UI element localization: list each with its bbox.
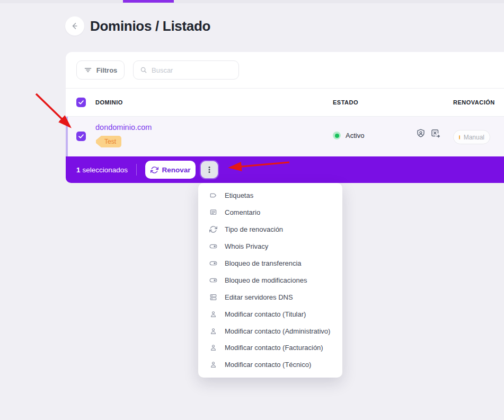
selection-count: 1seleccionados — [76, 166, 128, 174]
column-header-estado[interactable]: ESTADO — [333, 99, 358, 106]
check-icon — [77, 99, 85, 106]
menu-item-9[interactable]: Modificar contacto (Facturación) — [198, 339, 342, 356]
renewal-badge[interactable]: Manual — [453, 130, 490, 144]
filter-icon — [84, 66, 92, 74]
menu-item-label: Editar servidores DNS — [225, 293, 293, 301]
menu-item-label: Whois Privacy — [225, 242, 268, 250]
action-menu: EtiquetasComentarioTipo de renovaciónWho… — [198, 183, 342, 378]
menu-item-label: Tipo de renovación — [225, 225, 283, 233]
annotation-arrow-checkbox — [36, 94, 70, 127]
top-accent-line — [123, 0, 174, 3]
menu-item-0[interactable]: Etiquetas — [198, 187, 342, 204]
status-label: Activo — [346, 132, 364, 139]
renewal-label: Manual — [464, 134, 484, 141]
menu-item-1[interactable]: Comentario — [198, 204, 342, 221]
selection-bar-divider — [136, 164, 137, 176]
search-icon — [140, 66, 147, 74]
menu-item-label: Modificar contacto (Titular) — [225, 310, 306, 318]
menu-item-5[interactable]: Bloqueo de modificaciones — [198, 272, 342, 288]
renew-label: Renovar — [162, 166, 191, 174]
table-row[interactable]: dondominio.com Test Activo Manual — [66, 117, 504, 156]
filters-button[interactable]: Filtros — [76, 60, 125, 80]
menu-item-label: Modificar contacto (Facturación) — [225, 344, 323, 352]
arrow-left-icon — [69, 21, 80, 31]
search-box[interactable] — [133, 60, 239, 80]
toggle-icon — [209, 242, 217, 250]
transfer-lock-icon[interactable] — [430, 128, 441, 139]
top-strip — [0, 0, 504, 3]
menu-item-label: Etiquetas — [225, 191, 253, 199]
selection-action-bar: 1seleccionados Renovar — [66, 156, 504, 183]
check-icon — [77, 133, 85, 140]
toggle-icon — [209, 259, 217, 267]
select-all-checkbox[interactable] — [76, 98, 86, 107]
menu-item-label: Modificar contacto (Administrativo) — [225, 327, 330, 335]
toggle-icon — [209, 276, 217, 284]
more-actions-button[interactable] — [201, 161, 218, 178]
server-icon — [209, 293, 217, 301]
status-cell: Activo — [333, 132, 364, 139]
column-header-dominio[interactable]: DOMINIO — [95, 99, 123, 106]
domains-card: Filtros DOMINIO ESTADO RENOVACIÓN dondom… — [66, 52, 504, 156]
whois-privacy-icon[interactable] — [415, 128, 426, 139]
renewal-dot — [459, 135, 460, 139]
menu-item-8[interactable]: Modificar contacto (Administrativo) — [198, 322, 342, 339]
menu-item-2[interactable]: Tipo de renovación — [198, 221, 342, 238]
selection-count-number: 1 — [76, 166, 81, 174]
person-icon — [209, 361, 217, 369]
person-icon — [209, 310, 217, 318]
column-header-renovacion[interactable]: RENOVACIÓN — [453, 99, 495, 106]
refresh-icon — [151, 166, 158, 174]
ellipsis-vertical-icon — [205, 165, 214, 174]
page-title: Dominios / Listado — [90, 18, 210, 34]
menu-item-label: Bloqueo de modificaciones — [225, 276, 307, 284]
filters-label: Filtros — [96, 66, 118, 74]
search-input[interactable] — [152, 66, 232, 74]
menu-item-label: Modificar contacto (Técnico) — [225, 361, 311, 369]
renew-button[interactable]: Renovar — [145, 161, 196, 179]
selected-row-stripe — [66, 117, 68, 156]
selection-count-label: seleccionados — [83, 166, 128, 174]
menu-item-3[interactable]: Whois Privacy — [198, 238, 342, 255]
comment-icon — [209, 208, 217, 216]
menu-item-label: Comentario — [225, 208, 260, 216]
menu-item-label: Bloqueo de transferencia — [225, 259, 302, 267]
person-icon — [209, 344, 217, 352]
menu-item-6[interactable]: Editar servidores DNS — [198, 288, 342, 305]
back-button[interactable] — [65, 16, 84, 36]
table-header-row: DOMINIO ESTADO RENOVACIÓN — [66, 88, 504, 117]
person-icon — [209, 327, 217, 335]
row-checkbox[interactable] — [76, 132, 86, 141]
domain-link[interactable]: dondominio.com — [95, 123, 152, 132]
status-dot — [333, 132, 341, 139]
menu-item-10[interactable]: Modificar contacto (Técnico) — [198, 356, 342, 373]
menu-item-4[interactable]: Bloqueo de transferencia — [198, 255, 342, 272]
refresh-icon — [209, 225, 217, 233]
menu-item-7[interactable]: Modificar contacto (Titular) — [198, 305, 342, 322]
tag-icon — [209, 191, 217, 199]
domain-tag-badge: Test — [96, 136, 121, 147]
